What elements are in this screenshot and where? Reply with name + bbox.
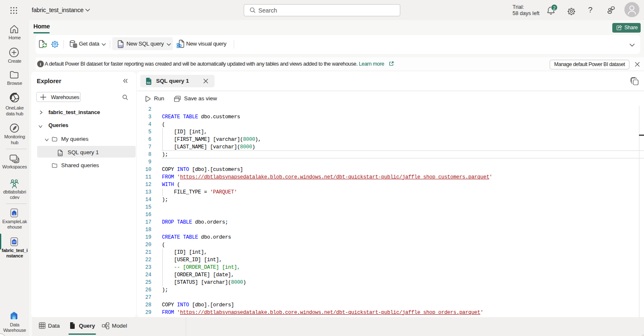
svg-text:SQL: SQL [119,45,124,47]
svg-text:SQL: SQL [146,81,151,84]
svg-text:SQL: SQL [58,153,63,155]
